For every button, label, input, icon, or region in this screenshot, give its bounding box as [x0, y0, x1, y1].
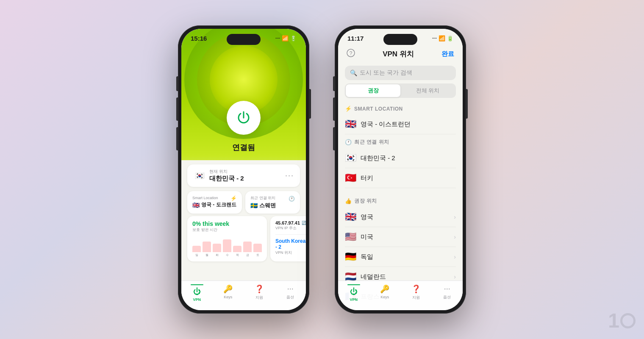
bottom-stats-row: 0% this week 보호 받은 시간: [187, 216, 300, 261]
rec-item-usa-name: 미국: [361, 233, 373, 241]
tab-options[interactable]: ··· 옵션: [275, 284, 306, 302]
ip-label: VPN IP 주소: [275, 225, 306, 231]
tab-vpn-label: VPN: [193, 297, 201, 302]
phone-1-tab-bar: ⏻ VPN 🔑 Keys ❓ 지원 ··· 옵: [181, 281, 306, 310]
chart-label-4: 목: [233, 253, 242, 257]
phone-1: 15:16 ···· 📶 🔋: [178, 25, 309, 314]
rec-item-usa-left: 🇺🇸 미국: [345, 231, 373, 242]
phone-1-side-btn-left-1: [176, 76, 178, 91]
phone-2-wifi-icon: 📶: [439, 35, 445, 42]
nav-bar: ? VPN 위치 완료: [338, 44, 463, 63]
rec-item-germany[interactable]: 🇩🇪 독일 ›: [345, 247, 456, 267]
rec-item-uk[interactable]: 🇬🇧 영국 ›: [345, 207, 456, 227]
search-bar[interactable]: 🔍 도시 또는 국가 검색: [345, 66, 456, 80]
tab-keys[interactable]: 🔑 Keys: [213, 284, 244, 302]
chart-bar-4: [233, 246, 242, 252]
phone-2-screen: 11:17 ···· 📶 🔋 ?: [338, 29, 463, 310]
phone-1-battery-icon: 🔋: [290, 36, 297, 42]
chart-label-5: 금: [243, 253, 252, 257]
tab-options-icon: ···: [287, 284, 294, 293]
rec-item-netherlands-chevron: ›: [454, 273, 456, 280]
recent-location-card[interactable]: 최근 연결 위치 🕐 🇸🇪 스웨덴: [245, 191, 300, 214]
vpn-location-value: South Korea - 2: [275, 238, 306, 250]
recent-item-korea-flag: 🇰🇷: [345, 153, 356, 164]
rec-item-usa-flag: 🇺🇸: [345, 231, 356, 242]
recent-item-turkey-name: 터키: [361, 174, 373, 182]
phone-1-side-btn-right: [309, 89, 311, 119]
chart-bar-5: [243, 242, 252, 252]
phones-container: 15:16 ···· 📶 🔋: [178, 25, 466, 314]
week-chart: [192, 235, 262, 252]
chart-label-2: 화: [213, 253, 221, 257]
phone-1-side-btn-left-2: [176, 97, 178, 121]
phone-2-tab-vpn-label: VPN: [350, 297, 358, 302]
protection-label: 보호 받은 시간: [192, 227, 262, 233]
recent-item-turkey-left: 🇹🇷 터키: [345, 172, 373, 183]
ip-address: 45.67.97.41: [275, 220, 300, 225]
phone-2-tab-keys[interactable]: 🔑 Keys: [369, 284, 401, 302]
phone-2-tab-support-label: 지원: [412, 295, 420, 300]
recommended-section-header: 👍 권장 위치: [345, 193, 456, 207]
phone-2-tab-bar: ⏻ VPN 🔑 Keys ❓ 지원 ··· 옵션: [338, 281, 463, 310]
rec-item-usa[interactable]: 🇺🇸 미국 ›: [345, 227, 456, 247]
smart-location-item-left: 🇬🇧 영국 - 이스트런던: [345, 119, 411, 130]
phone-2-tab-vpn-indicator: [347, 284, 360, 285]
smart-location-flag: 🇬🇧: [192, 202, 200, 208]
phone-1-dots-icon: ····: [275, 36, 280, 41]
rec-item-uk-name: 영국: [361, 213, 373, 221]
nav-done-button[interactable]: 완료: [441, 50, 454, 58]
phone-2-tab-keys-icon: 🔑: [380, 284, 389, 294]
phone-2-tab-vpn-icon: ⏻: [350, 287, 358, 296]
segment-recommended[interactable]: 권장: [346, 84, 400, 97]
nav-help-button[interactable]: ?: [347, 49, 355, 59]
location-info: 현재 위치 대한민국 - 2: [209, 169, 244, 183]
phone-1-background: 15:16 ···· 📶 🔋: [181, 29, 306, 310]
phone-2-tab-options[interactable]: ··· 옵션: [432, 284, 463, 302]
phone-2-content: 11:17 ···· 📶 🔋 ?: [338, 29, 463, 310]
phone-2-side-btn-left-2: [333, 97, 335, 121]
recent-item-korea[interactable]: 🇰🇷 대한민국 - 2: [345, 148, 456, 168]
rec-item-uk-flag: 🇬🇧: [345, 211, 356, 222]
current-location-label: 현재 위치: [209, 169, 244, 175]
vpn-location-label: VPN 위치: [275, 250, 306, 256]
tab-keys-label: Keys: [224, 295, 232, 299]
smart-location-card[interactable]: Smart Location ⚡ 🇬🇧 영국 - 도크랜드: [187, 191, 242, 214]
recent-location-value: 스웨덴: [259, 202, 276, 209]
smart-location-item[interactable]: 🇬🇧 영국 - 이스트런던: [345, 114, 456, 134]
recent-item-turkey-flag: 🇹🇷: [345, 172, 356, 183]
ip-top: 45.67.97.41 🔄 VPN IP 주소: [275, 220, 306, 235]
chart-bar-3: [223, 239, 231, 252]
recommended-section-title: 권장 위치: [354, 197, 377, 205]
chart-label-0: 일: [192, 253, 201, 257]
smart-location-section-title: SMART LOCATION: [354, 106, 403, 112]
more-options-icon[interactable]: ···: [285, 171, 294, 180]
rec-item-germany-flag: 🇩🇪: [345, 251, 356, 262]
lightning-icon: ⚡: [230, 195, 237, 201]
tab-vpn[interactable]: ⏻ VPN: [181, 284, 213, 302]
phone-2-tab-vpn[interactable]: ⏻ VPN: [338, 284, 369, 302]
rec-item-netherlands-name: 네덜란드: [361, 273, 386, 281]
tab-vpn-icon: ⏻: [193, 287, 201, 296]
refresh-icon[interactable]: 🔄: [302, 221, 306, 225]
segment-control: 권장 전체 위치: [345, 83, 456, 98]
watermark: 1: [608, 309, 636, 332]
recommended-section-icon: 👍: [345, 198, 352, 204]
phone-2-tab-support[interactable]: ❓ 지원: [400, 284, 432, 302]
power-icon: [236, 110, 251, 125]
segment-all-locations[interactable]: 전체 위치: [400, 84, 455, 97]
power-button[interactable]: [227, 101, 261, 135]
recent-item-turkey[interactable]: 🇹🇷 터키: [345, 168, 456, 188]
chart-bar-1: [203, 242, 211, 252]
clock-icon: 🕐: [289, 196, 295, 202]
tab-support[interactable]: ❓ 지원: [244, 284, 275, 302]
chart-bar-2: [213, 244, 221, 252]
stats-row: Smart Location ⚡ 🇬🇧 영국 - 도크랜드 최근 연: [187, 191, 300, 214]
phone-1-wifi-icon: 📶: [282, 35, 289, 42]
phone-1-screen: 15:16 ···· 📶 🔋: [181, 29, 306, 310]
phone-1-dynamic-island: [227, 34, 261, 45]
phone-2-tab-keys-label: Keys: [380, 295, 389, 299]
current-location-flag: 🇰🇷: [193, 170, 206, 182]
current-location-card[interactable]: 🇰🇷 현재 위치 대한민국 - 2 ···: [187, 164, 300, 187]
smart-location-value-row: 🇬🇧 영국 - 도크랜드: [192, 201, 237, 208]
phone-2-side-btn-right: [466, 89, 468, 119]
